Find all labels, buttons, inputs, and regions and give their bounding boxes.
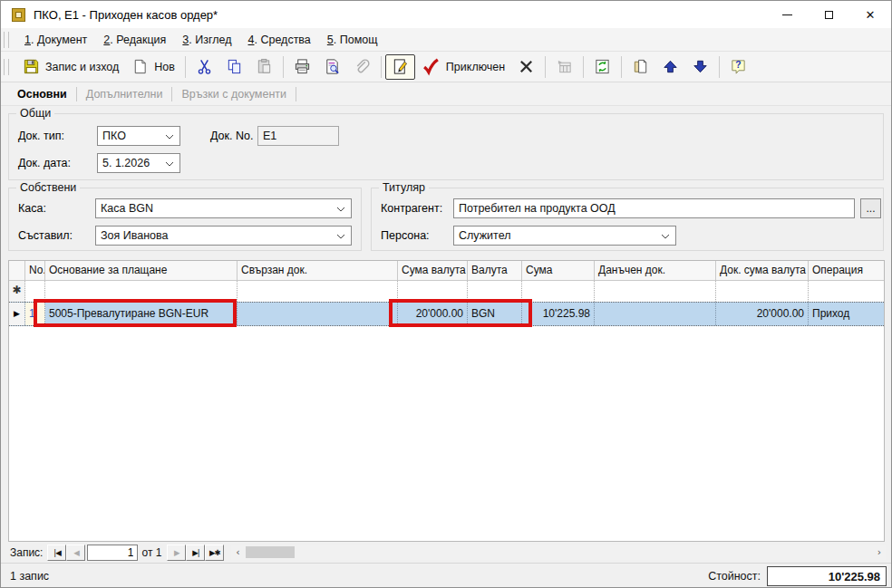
dok-tip-combobox[interactable]: ПКО (97, 126, 180, 146)
move-up-button[interactable] (655, 54, 685, 80)
edit-mode-button[interactable] (385, 54, 415, 80)
next-record-button[interactable]: ▶ (167, 545, 186, 561)
cell-operacia[interactable]: Приход (809, 303, 884, 325)
tab-separator (76, 87, 77, 101)
grid-header-osnovanie[interactable]: Основание за плащане (45, 261, 238, 280)
cell-suma-valuta[interactable]: 20'000.00 (398, 303, 468, 325)
minimize-icon (782, 14, 792, 15)
scrollbar-track[interactable] (244, 545, 873, 560)
new-cell[interactable] (398, 281, 468, 302)
chevron-down-icon (165, 157, 174, 169)
chevron-down-icon (336, 202, 345, 215)
new-cell[interactable] (468, 281, 522, 302)
journal-button[interactable] (549, 54, 579, 80)
new-cell[interactable] (595, 281, 716, 302)
cell-dok-suma-valuta[interactable]: 20'000.00 (716, 303, 809, 325)
grid-header-operacia[interactable]: Операция (809, 261, 884, 280)
first-record-button[interactable]: |◀ (47, 545, 66, 561)
help-icon: ? (730, 58, 747, 75)
dok-no-label: Док. No. (210, 130, 253, 142)
tab-osnovni[interactable]: Основни (10, 84, 74, 104)
menu-item-edit[interactable]: 2. Редакция (95, 30, 174, 50)
help-button[interactable]: ? (723, 54, 753, 80)
current-record-input[interactable] (87, 545, 138, 561)
kontragent-field[interactable]: Потребител на продукта ООД (453, 198, 855, 218)
grid-header-valuta[interactable]: Валута (468, 261, 522, 280)
sastavil-combobox[interactable]: Зоя Иванова (95, 226, 352, 246)
copy-button[interactable] (219, 54, 249, 80)
completed-button[interactable]: Приключен (415, 54, 511, 80)
grid-new-row[interactable]: ✱ (9, 281, 884, 302)
group-titulyar-legend: Титуляр (379, 181, 429, 194)
last-record-button[interactable]: ▶| (186, 545, 205, 561)
grid-header-svarzan-dok[interactable]: Свързан док. (238, 261, 398, 280)
tab-vrazki-s-dokumenti[interactable]: Връзки с документи (174, 84, 294, 104)
menu-item-help[interactable]: 5. Помощ (319, 30, 386, 50)
close-button[interactable]: ✕ (849, 1, 891, 28)
cell-suma[interactable]: 10'225.98 (522, 303, 595, 325)
new-cell[interactable] (809, 281, 884, 302)
menu-grip[interactable] (4, 32, 9, 48)
cell-svarzan-dok[interactable] (238, 303, 398, 325)
menu-item-document[interactable]: 1. Документ (16, 30, 95, 50)
grid-header-danachen-dok[interactable]: Данъчен док. (595, 261, 716, 280)
kontragent-label: Контрагент: (381, 202, 442, 215)
save-exit-button[interactable]: Запис и изход (16, 54, 125, 80)
cell-osnovanie[interactable]: 5005-Превалутиране BGN-EUR (45, 303, 238, 325)
new-cell[interactable] (522, 281, 595, 302)
persona-combobox[interactable]: Служител (453, 226, 676, 246)
app-icon[interactable] (12, 8, 25, 22)
menu-bar: 1. Документ 2. Редакция 3. Изглед 4. Сре… (1, 28, 891, 52)
grid-empty-area (9, 326, 884, 541)
cell-danachen-dok[interactable] (595, 303, 716, 325)
cell-no[interactable]: 1 (25, 303, 45, 325)
new-cell[interactable] (238, 281, 398, 302)
grid-data-row-1[interactable]: ▶ 1 5005-Превалутиране BGN-EUR 20'000.00… (9, 302, 884, 326)
previous-record-button[interactable]: ◀ (66, 545, 85, 561)
tab-dopalnitelni[interactable]: Допълнителни (79, 84, 170, 104)
dok-data-datepicker[interactable]: 5. 1.2026 (97, 153, 180, 173)
toolbar-grip[interactable] (4, 59, 9, 75)
grid-header-no[interactable]: No. (25, 261, 45, 280)
chevron-down-icon (165, 130, 174, 142)
new-cell[interactable] (716, 281, 809, 302)
new-cell[interactable] (25, 281, 45, 302)
scrollbar-thumb[interactable] (246, 546, 295, 558)
new-button[interactable]: Нов (125, 54, 181, 80)
grid-header-dok-suma-valuta[interactable]: Док. сума валута (716, 261, 809, 280)
menu-item-tools[interactable]: 4. Средства (240, 30, 319, 50)
scroll-right-arrow-icon[interactable]: › (873, 545, 886, 560)
tab-strip: Основни Допълнителни Връзки с документи (1, 82, 891, 106)
group-sobstveni: Собствени Каса: Каса BGN Съставил: Зоя И… (8, 188, 362, 251)
group-obshti: Общи Док. тип: ПКО Док. No. Е1 Док. дата… (8, 113, 884, 180)
kontragent-browse-button[interactable]: ... (860, 198, 881, 218)
grid-header-suma-valuta[interactable]: Сума валута (398, 261, 468, 280)
menu-item-view[interactable]: 3. Изглед (174, 30, 239, 50)
refresh-icon (594, 58, 611, 75)
maximize-icon (825, 11, 833, 19)
new-record-button[interactable]: ▶✱ (205, 545, 224, 561)
refresh-button[interactable] (587, 54, 617, 80)
kasa-combobox[interactable]: Каса BGN (95, 198, 352, 218)
cell-valuta[interactable]: BGN (468, 303, 522, 325)
attachment-button[interactable] (347, 54, 377, 80)
print-button[interactable] (287, 54, 317, 80)
new-cell[interactable] (45, 281, 238, 302)
grid-header-suma[interactable]: Сума (522, 261, 595, 280)
scroll-left-arrow-icon[interactable]: ‹ (231, 545, 244, 560)
horizontal-scrollbar[interactable]: ‹ › (231, 545, 886, 560)
paste-button[interactable] (249, 54, 279, 80)
dok-data-label: Док. дата: (18, 157, 71, 169)
status-bar: 1 запис Стойност: 10'225.98 (1, 563, 891, 588)
cut-button[interactable] (189, 54, 219, 80)
duplicate-document-icon (632, 58, 649, 75)
maximize-button[interactable] (808, 1, 849, 28)
current-row-pointer-icon: ▶ (9, 303, 25, 325)
move-down-button[interactable] (685, 54, 715, 80)
print-preview-button[interactable] (317, 54, 347, 80)
duplicate-button[interactable] (625, 54, 655, 80)
dok-no-field[interactable]: Е1 (257, 126, 339, 146)
delete-button[interactable] (511, 54, 541, 80)
line-items-grid: No. Основание за плащане Свързан док. Су… (8, 260, 885, 542)
minimize-button[interactable] (766, 1, 808, 28)
